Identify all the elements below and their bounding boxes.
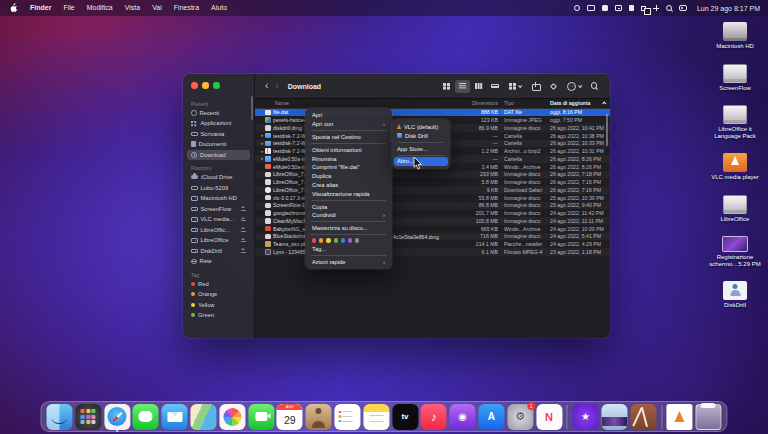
screen-recording-status-icon[interactable] (602, 5, 608, 11)
submenu-item-vlc-default[interactable]: VLC (default) (392, 122, 450, 131)
sidebar-item-libreoffic[interactable]: LibreOffic... (187, 225, 250, 236)
sidebar-item-red[interactable]: Red (187, 279, 250, 290)
menubar-item-aiuto[interactable]: Aiuto (205, 0, 233, 16)
imovie-dock-icon[interactable]: ★ (573, 404, 599, 430)
eject-icon[interactable] (241, 227, 246, 233)
context-menu-item-rinomina[interactable]: Rinomina (305, 154, 392, 163)
menubar-item-modifica[interactable]: Modifica (81, 0, 119, 16)
control-center-icon[interactable] (679, 5, 687, 11)
sidebar-item-libreoffice[interactable]: LibreOffice (187, 235, 250, 246)
column-header-name[interactable]: Nome (275, 100, 460, 106)
eject-icon[interactable] (241, 248, 246, 254)
minimize-button[interactable] (202, 82, 209, 89)
menubar-item-finestra[interactable]: Finestra (168, 0, 205, 16)
context-menu-item-crea-alias[interactable]: Crea alias (305, 181, 392, 190)
notes-dock-icon[interactable] (363, 404, 389, 430)
submenu-item-app-store[interactable]: App Store... (392, 144, 450, 153)
copy-paste-status-icon[interactable] (641, 6, 646, 11)
vlcfile-dock-icon[interactable] (667, 404, 693, 430)
eject-icon[interactable] (241, 217, 246, 223)
display-status-icon[interactable] (587, 5, 595, 11)
context-menu-item-visualizzazione-rapida[interactable]: Visualizzazione rapida (305, 189, 392, 198)
sidebar-scrollbar-thumb[interactable] (251, 96, 253, 120)
back-button[interactable]: ‹ (263, 81, 270, 91)
window-dock-icon[interactable] (601, 404, 627, 430)
search-button[interactable] (587, 80, 602, 93)
sidebar-item-icloud-drive[interactable]: iCloud Drive (187, 172, 250, 183)
list-scrollbar-thumb[interactable] (606, 114, 609, 146)
tag-color-dot[interactable] (326, 238, 330, 242)
context-menu-item-condividi[interactable]: Condividi› (305, 211, 392, 220)
gallery-view-button[interactable] (487, 80, 502, 93)
spotlight-icon[interactable] (666, 5, 672, 12)
column-header-type[interactable]: Tipo (498, 100, 544, 106)
sidebar-item-applicazioni[interactable]: Applicazioni (187, 118, 250, 129)
desktop-icon-libreoffice-it-language-pack[interactable]: LibreOffice it Language Pack (706, 105, 764, 139)
keyboard-layout-status-icon[interactable] (615, 5, 622, 11)
submenu-item-disk-drill[interactable]: Disk Drill (392, 131, 450, 140)
sidebar-item-recenti[interactable]: Recenti (187, 108, 250, 119)
context-menu-item-tag[interactable]: Tag... (305, 245, 392, 254)
podcasts-dock-icon[interactable]: ◉ (450, 404, 476, 430)
menubar-item-finder[interactable]: Finder (24, 0, 57, 16)
context-menu-item-masterizza-su-disco[interactable]: Masterizza su disco... (305, 224, 392, 233)
music-dock-icon[interactable]: ♪ (421, 404, 447, 430)
tag-color-dot[interactable] (348, 238, 352, 242)
zoom-button[interactable] (213, 82, 220, 89)
sidebar-item-diskdrill[interactable]: DiskDrill (187, 246, 250, 257)
sidebar-item-yellow[interactable]: Yellow (187, 300, 250, 311)
photos-dock-icon[interactable] (219, 404, 245, 430)
tag-color-dot[interactable] (355, 238, 359, 242)
desktop-icon-screenflow[interactable]: ScreenFlow (706, 64, 764, 92)
garageband-dock-icon[interactable] (630, 404, 656, 430)
desktop-icon-macintosh-hd[interactable]: Macintosh HD (706, 22, 764, 50)
trash-dock-icon[interactable] (696, 404, 722, 430)
context-menu-item-azioni-rapide[interactable]: Azioni rapide› (305, 257, 392, 266)
finder-dock-icon[interactable] (46, 404, 72, 430)
context-menu-item-apri[interactable]: Apri (305, 111, 392, 120)
share-button[interactable] (528, 80, 543, 93)
menubar-item-vai[interactable]: Vai (146, 0, 168, 16)
tag-color-dot[interactable] (334, 238, 338, 242)
accessibility-status-icon[interactable] (653, 5, 659, 11)
context-menu-item-sposta-nel-cestino[interactable]: Sposta nel Cestino (305, 133, 392, 142)
appstore-dock-icon[interactable]: A (478, 404, 504, 430)
contacts-dock-icon[interactable] (306, 404, 332, 430)
column-header-date[interactable]: Data di aggiunta (544, 100, 610, 106)
menubar-item-file[interactable]: File (57, 0, 80, 16)
close-button[interactable] (191, 82, 198, 89)
menu-bar-clock[interactable]: Lun 29 ago 8:17 PM (697, 5, 760, 12)
sidebar-item-green[interactable]: Green (187, 310, 250, 321)
settings-dock-icon[interactable]: ⚙1 (507, 404, 533, 430)
context-menu-item-copia[interactable]: Copia (305, 202, 392, 211)
desktop-icon-vlc-media-player[interactable]: VLC media player (706, 153, 764, 181)
desktop-icon-registrazione-schermo-5-29-pm[interactable]: Registrazione schermo…5.29 PM (706, 236, 764, 267)
desktop-icon-diskdrill[interactable]: DiskDrill (706, 281, 764, 309)
sidebar-item-scrivania[interactable]: Scrivania (187, 129, 250, 140)
calendar-dock-icon[interactable]: AGO29 (277, 404, 303, 430)
safari-dock-icon[interactable] (104, 404, 130, 430)
more-button[interactable]: ⋯ (564, 80, 584, 93)
context-menu-item-duplica[interactable]: Duplica (305, 172, 392, 181)
input-source-status-icon[interactable] (629, 5, 635, 11)
group-button[interactable] (505, 80, 525, 93)
sidebar-item-vlc-media[interactable]: VLC media... (187, 214, 250, 225)
sidebar-item-orange[interactable]: Orange (187, 289, 250, 300)
column-view-button[interactable] (471, 80, 486, 93)
list-view-button[interactable] (455, 80, 470, 93)
context-menu-item-apri-con[interactable]: Apri con› (305, 120, 392, 129)
tag-color-dot[interactable] (312, 238, 316, 242)
sidebar-item-documenti[interactable]: Documenti (187, 139, 250, 150)
maps-dock-icon[interactable] (190, 404, 216, 430)
forward-button[interactable]: › (273, 81, 280, 91)
icon-view-button[interactable] (439, 80, 454, 93)
context-menu-item-ottieni-informazioni[interactable]: Ottieni informazioni (305, 145, 392, 154)
tag-button[interactable] (546, 80, 561, 93)
eject-icon[interactable] (241, 238, 246, 244)
sidebar-item-lubo-5209[interactable]: Lubo-5209 (187, 183, 250, 194)
sidebar-item-macintosh-hd[interactable]: Macintosh HD (187, 193, 250, 204)
context-menu-item-comprimi-file-dat[interactable]: Comprimi "file.dat" (305, 163, 392, 172)
menubar-item-vista[interactable]: Vista (119, 0, 146, 16)
launchpad-dock-icon[interactable] (75, 404, 101, 430)
sidebar-item-screenflow[interactable]: ScreenFlow (187, 204, 250, 215)
